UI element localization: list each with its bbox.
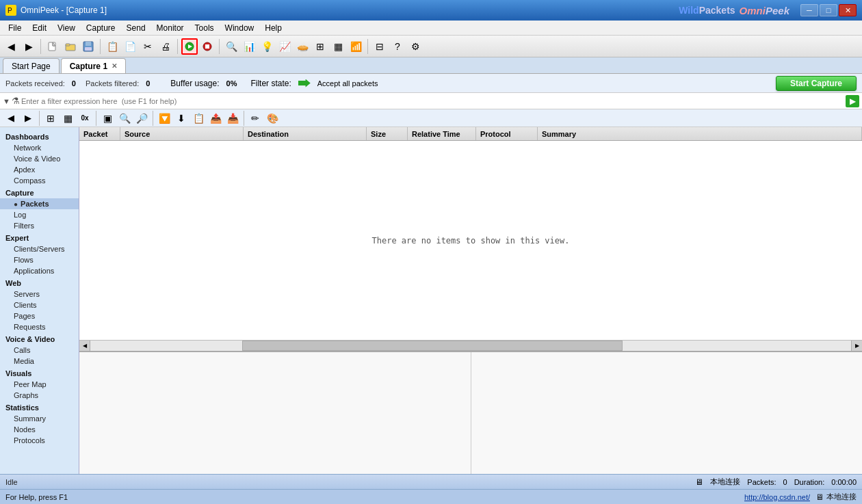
toolbar-new[interactable] bbox=[44, 38, 61, 55]
toolbar-decode[interactable]: ⊟ bbox=[371, 38, 388, 55]
col-header-destination[interactable]: Destination bbox=[244, 127, 367, 140]
filter-state-arrow-icon bbox=[298, 79, 311, 88]
toolbar-save[interactable] bbox=[80, 38, 96, 55]
ct-hex[interactable]: 0x bbox=[77, 110, 93, 127]
col-header-source[interactable]: Source bbox=[120, 127, 244, 140]
toolbar-cut[interactable]: ✂ bbox=[140, 38, 156, 55]
sidebar-section-visuals: Visuals bbox=[0, 367, 79, 379]
ct-edit[interactable]: ✏ bbox=[247, 110, 263, 127]
col-header-size[interactable]: Size bbox=[367, 127, 408, 140]
menu-file[interactable]: File bbox=[3, 22, 27, 34]
toolbar-graph[interactable]: 📈 bbox=[276, 38, 293, 55]
ct-grid2[interactable]: ▦ bbox=[60, 110, 76, 127]
menu-capture[interactable]: Capture bbox=[81, 22, 121, 34]
sidebar-item-graphs[interactable]: Graphs bbox=[0, 390, 79, 401]
toolbar-paste[interactable]: 📄 bbox=[122, 38, 138, 55]
toolbar-help[interactable]: ? bbox=[389, 38, 406, 55]
toolbar-stats[interactable]: 📊 bbox=[241, 38, 257, 55]
sidebar-item-network[interactable]: Network bbox=[0, 142, 79, 153]
sidebar-item-protocols[interactable]: Protocols bbox=[0, 435, 79, 446]
sidebar-item-pages[interactable]: Pages bbox=[0, 310, 79, 321]
ct-filter4[interactable]: 📤 bbox=[207, 110, 224, 127]
ct-grid[interactable]: ⊞ bbox=[42, 110, 59, 127]
col-header-summary[interactable]: Summary bbox=[538, 127, 862, 140]
toolbar-open[interactable] bbox=[62, 38, 79, 55]
menu-monitor[interactable]: Monitor bbox=[151, 22, 190, 34]
tab-close-capture1[interactable]: ✕ bbox=[112, 62, 117, 70]
toolbar-forward[interactable]: ▶ bbox=[21, 38, 37, 55]
sidebar-item-peer-map[interactable]: Peer Map bbox=[0, 379, 79, 390]
toolbar-print[interactable]: 🖨 bbox=[157, 38, 174, 55]
toolbar-copy[interactable]: 📋 bbox=[104, 38, 120, 55]
hscroll-track[interactable] bbox=[90, 341, 851, 351]
hscroll-thumb[interactable] bbox=[242, 341, 623, 351]
toolbar-expert[interactable]: 💡 bbox=[259, 38, 275, 55]
sidebar-item-apdex[interactable]: Apdex bbox=[0, 164, 79, 175]
ct-forward[interactable]: ▶ bbox=[20, 110, 36, 127]
hscrollbar[interactable]: ◀ ▶ bbox=[79, 340, 862, 351]
svg-rect-8 bbox=[85, 47, 92, 51]
menu-edit[interactable]: Edit bbox=[27, 22, 52, 34]
ct-filter5[interactable]: 📥 bbox=[224, 110, 241, 127]
hscroll-left-arrow[interactable]: ◀ bbox=[79, 341, 90, 351]
toolbar-bar[interactable]: ▦ bbox=[330, 38, 346, 55]
menu-help[interactable]: Help bbox=[259, 22, 287, 34]
sidebar-item-nodes[interactable]: Nodes bbox=[0, 424, 79, 435]
sidebar-item-servers[interactable]: Servers bbox=[0, 289, 79, 300]
logo: WildPackets OmniPeek bbox=[679, 5, 789, 16]
ct-filter3[interactable]: 📋 bbox=[190, 110, 207, 127]
close-button[interactable]: ✕ bbox=[839, 4, 857, 16]
start-capture-button[interactable]: Start Capture bbox=[776, 76, 857, 91]
toolbar-filter[interactable]: 🔍 bbox=[223, 38, 239, 55]
sidebar-section-statistics: Statistics bbox=[0, 401, 79, 413]
filter-dropdown-icon[interactable]: ▼ bbox=[3, 97, 10, 105]
sidebar-item-summary[interactable]: Summary bbox=[0, 413, 79, 424]
ct-back[interactable]: ◀ bbox=[3, 110, 19, 127]
tab-bar: Start Page Capture 1 ✕ bbox=[0, 57, 862, 74]
packets-status-label: Packets: bbox=[747, 478, 776, 486]
filter-submit-button[interactable]: ▶ bbox=[846, 95, 859, 107]
help-text: For Help, press F1 bbox=[5, 493, 744, 501]
toolbar-start-capture[interactable] bbox=[181, 38, 198, 55]
sidebar-item-media[interactable]: Media bbox=[0, 356, 79, 367]
hscroll-right-arrow[interactable]: ▶ bbox=[851, 341, 862, 351]
toolbar-stop-capture[interactable] bbox=[199, 38, 216, 55]
ct-filter2[interactable]: ⬇ bbox=[173, 110, 190, 127]
minimize-button[interactable]: ─ bbox=[800, 4, 818, 16]
sidebar-item-calls[interactable]: Calls bbox=[0, 345, 79, 356]
ct-chart[interactable]: ▣ bbox=[99, 110, 116, 127]
toolbar-options[interactable]: ⚙ bbox=[407, 38, 423, 55]
ct-filter[interactable]: 🔽 bbox=[156, 110, 172, 127]
col-header-protocol[interactable]: Protocol bbox=[476, 127, 538, 140]
ct-search[interactable]: 🔍 bbox=[116, 110, 133, 127]
tab-capture1[interactable]: Capture 1 ✕ bbox=[61, 58, 126, 73]
sidebar-item-filters[interactable]: Filters bbox=[0, 220, 79, 231]
sidebar-item-packets[interactable]: ● Packets bbox=[0, 198, 79, 209]
sidebar-item-applications[interactable]: Applications bbox=[0, 265, 79, 276]
menu-view[interactable]: View bbox=[52, 22, 81, 34]
sidebar-item-log[interactable]: Log bbox=[0, 209, 79, 220]
toolbar-back[interactable]: ◀ bbox=[3, 38, 19, 55]
toolbar-wifi[interactable]: 📶 bbox=[348, 38, 364, 55]
maximize-button[interactable]: □ bbox=[820, 4, 837, 16]
col-header-packet[interactable]: Packet bbox=[79, 127, 120, 140]
menu-tools[interactable]: Tools bbox=[190, 22, 220, 34]
sidebar-item-clients-servers[interactable]: Clients/Servers bbox=[0, 243, 79, 254]
sidebar-item-compass[interactable]: Compass bbox=[0, 175, 79, 186]
menu-window[interactable]: Window bbox=[220, 22, 260, 34]
status-right: 🖥 本地连接 Packets: 0 Duration: 0:00:00 bbox=[695, 477, 857, 487]
ct-search2[interactable]: 🔎 bbox=[133, 110, 150, 127]
filter-input[interactable] bbox=[21, 97, 846, 105]
col-header-relative-time[interactable]: Relative Time bbox=[408, 127, 476, 140]
toolbar-table[interactable]: ⊞ bbox=[312, 38, 328, 55]
toolbar-sep1 bbox=[40, 39, 41, 54]
sidebar-item-clients[interactable]: Clients bbox=[0, 300, 79, 310]
sidebar-item-flows[interactable]: Flows bbox=[0, 254, 79, 265]
menu-send[interactable]: Send bbox=[121, 22, 151, 34]
tab-start-page[interactable]: Start Page bbox=[3, 58, 60, 73]
sidebar-item-voice-video[interactable]: Voice & Video bbox=[0, 153, 79, 164]
toolbar: ◀ ▶ 📋 📄 ✂ 🖨 🔍 📊 💡 📈 🥧 ⊞ ▦ 📶 ⊟ ? ⚙ bbox=[0, 36, 862, 57]
sidebar-item-requests[interactable]: Requests bbox=[0, 321, 79, 332]
toolbar-donut[interactable]: 🥧 bbox=[294, 38, 311, 55]
ct-color[interactable]: 🎨 bbox=[264, 110, 280, 127]
